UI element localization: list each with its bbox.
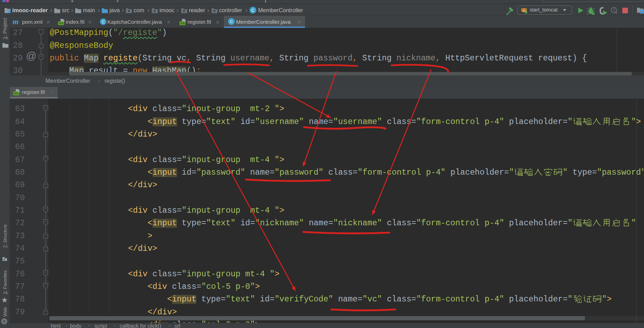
svg-text:<>: <> [59, 22, 63, 25]
svg-text:C: C [230, 19, 233, 24]
svg-text:C: C [101, 20, 105, 24]
svg-text:m: m [13, 17, 19, 26]
svg-text:C: C [251, 8, 255, 13]
svg-text:<>: <> [14, 92, 18, 96]
svg-text:<>: <> [180, 22, 184, 25]
